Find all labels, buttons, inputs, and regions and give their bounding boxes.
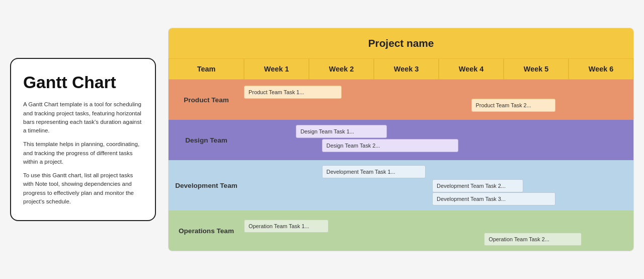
task-bar: Operation Team Task 1... — [244, 220, 329, 233]
task-bar: Development Team Task 2... — [432, 179, 523, 192]
task-bar: Design Team Task 1... — [296, 125, 387, 138]
task-bar: Design Team Task 2... — [322, 139, 458, 152]
info-card-para-2: This template helps in planning, coordin… — [23, 140, 143, 166]
team-label-development: Development Team — [169, 160, 244, 211]
col-week6: Week 6 — [569, 58, 633, 80]
gantt-row-product: Product Team Product Team Task 1...Produ… — [169, 80, 633, 120]
gantt-chart: Project name Team Week 1 Week 2 Week 3 W… — [168, 28, 634, 251]
col-week4: Week 4 — [439, 58, 504, 80]
task-bar: Development Team Task 3... — [432, 192, 555, 205]
gantt-data-product: Product Team Task 1...Product Team Task … — [244, 80, 633, 120]
col-team: Team — [169, 58, 244, 80]
info-card: Gantt Chart A Gantt Chart template is a … — [10, 58, 156, 222]
col-week2: Week 2 — [309, 58, 374, 80]
info-card-title: Gantt Chart — [23, 73, 143, 93]
task-bar: Product Team Task 1... — [244, 86, 342, 99]
col-week1: Week 1 — [244, 58, 309, 80]
gantt-row-development: Development Team Development Team Task 1… — [169, 160, 633, 211]
task-bar: Development Team Task 1... — [322, 165, 426, 178]
gantt-row-design: Design Team Design Team Task 1...Design … — [169, 120, 633, 160]
task-bar: Product Team Task 2... — [471, 99, 556, 112]
team-label-operations: Operations Team — [169, 211, 244, 251]
team-label-design: Design Team — [169, 120, 244, 160]
gantt-data-operations: Operation Team Task 1...Operation Team T… — [244, 211, 633, 251]
team-label-product: Product Team — [169, 80, 244, 120]
gantt-row-operations: Operations Team Operation Team Task 1...… — [169, 211, 633, 251]
col-week3: Week 3 — [374, 58, 439, 80]
info-card-para-3: To use this Gantt chart, list all projec… — [23, 171, 143, 206]
gantt-body: Product Team Product Team Task 1...Produ… — [169, 80, 633, 251]
gantt-data-design: Design Team Task 1...Design Team Task 2.… — [244, 120, 633, 160]
task-bar: Operation Team Task 2... — [484, 233, 582, 246]
col-week5: Week 5 — [504, 58, 569, 80]
gantt-project-title: Project name — [169, 28, 633, 58]
gantt-data-development: Development Team Task 1...Development Te… — [244, 160, 633, 211]
info-card-para-1: A Gantt Chart template is a tool for sch… — [23, 100, 143, 135]
gantt-header-row: Team Week 1 Week 2 Week 3 Week 4 Week 5 … — [169, 58, 633, 80]
